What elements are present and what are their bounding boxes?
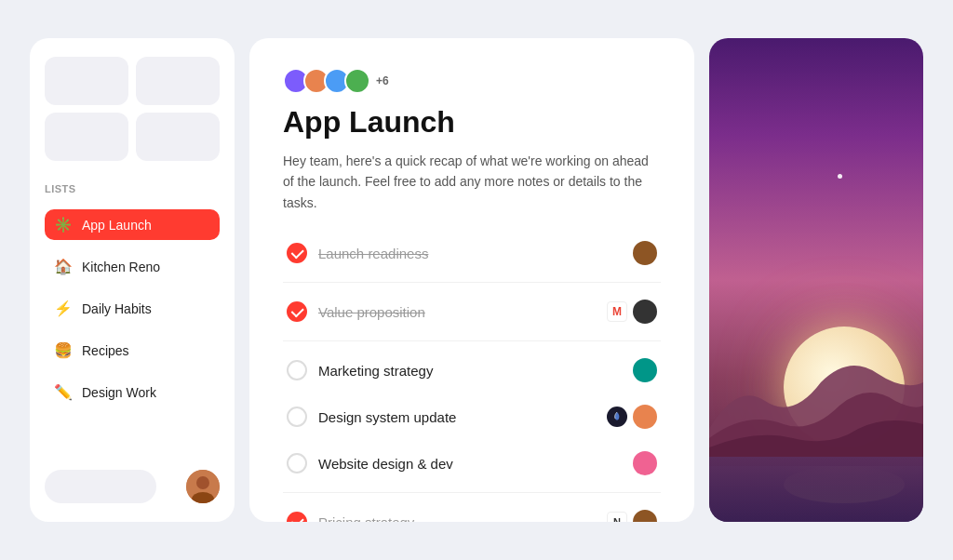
sidebar-item-app-launch[interactable]: ✳️ App Launch — [45, 209, 220, 240]
dunes-svg — [709, 354, 923, 466]
task-avatar-6 — [633, 510, 657, 522]
task-checkbox-5[interactable] — [287, 453, 307, 473]
task-right-5 — [633, 451, 657, 475]
task-divider-2 — [283, 340, 661, 341]
sidebar-tile-4 — [136, 113, 220, 161]
app-wrapper: Lists ✳️ App Launch 🏠 Kitchen Reno ⚡ Dai… — [0, 0, 953, 560]
sidebar-item-label-app-launch: App Launch — [82, 218, 152, 233]
sidebar-item-label-design-work: Design Work — [82, 385, 156, 400]
task-divider-3 — [283, 492, 661, 493]
gmail-badge: M — [607, 301, 627, 322]
task-checkbox-2[interactable] — [287, 301, 307, 322]
task-avatar-4 — [633, 405, 657, 429]
task-right-3 — [633, 358, 657, 382]
svg-point-1 — [196, 476, 209, 489]
task-item-website-design[interactable]: Website design & dev — [283, 442, 661, 485]
task-left-5: Website design & dev — [287, 453, 453, 473]
task-avatar-1 — [633, 241, 657, 265]
task-divider-1 — [283, 282, 661, 283]
avatar-count: +6 — [376, 74, 389, 87]
task-list: Launch readiness Value proposition M — [283, 232, 661, 522]
task-label-4: Design system update — [318, 409, 456, 425]
star-dot — [838, 174, 842, 179]
task-label-3: Marketing strategy — [318, 363, 433, 379]
task-checkbox-6[interactable] — [287, 512, 307, 522]
avatars-row: +6 — [283, 68, 661, 94]
notion-badge: N — [607, 512, 627, 522]
task-checkbox-4[interactable] — [287, 407, 307, 427]
task-avatar-3 — [633, 358, 657, 382]
sidebar-item-design-work[interactable]: ✏️ Design Work — [45, 377, 220, 407]
task-right-4 — [607, 405, 657, 429]
task-label-1: Launch readiness — [318, 246, 428, 261]
sidebar-tile-1 — [45, 57, 128, 105]
task-item-launch-readiness[interactable]: Launch readiness — [283, 232, 661, 274]
sidebar-section-label: Lists — [45, 183, 220, 194]
sidebar-bottom — [45, 470, 220, 503]
task-right-6: N — [607, 510, 657, 522]
task-left-3: Marketing strategy — [287, 360, 433, 380]
task-left-4: Design system update — [287, 407, 456, 427]
task-avatar-5 — [633, 451, 657, 475]
recipes-icon: 🍔 — [54, 341, 73, 359]
sidebar-tiles — [45, 57, 220, 161]
sidebar-item-label-kitchen-reno: Kitchen Reno — [82, 260, 160, 274]
sidebar-bottom-pill — [45, 470, 156, 503]
sidebar-item-kitchen-reno[interactable]: 🏠 Kitchen Reno — [45, 251, 220, 282]
kitchen-reno-icon: 🏠 — [54, 258, 73, 275]
page-title: App Launch — [283, 105, 661, 140]
sidebar-item-label-recipes: Recipes — [82, 343, 129, 358]
sidebar-item-recipes[interactable]: 🍔 Recipes — [45, 335, 220, 366]
task-checkbox-1[interactable] — [287, 243, 307, 263]
task-left-1: Launch readiness — [287, 243, 428, 263]
task-checkbox-3[interactable] — [287, 360, 307, 380]
task-avatar-2 — [633, 300, 657, 324]
sidebar-tile-2 — [136, 57, 220, 105]
task-left-2: Value proposition — [287, 301, 425, 322]
main-panel: +6 App Launch Hey team, here's a quick r… — [249, 38, 694, 522]
user-avatar[interactable] — [186, 470, 220, 503]
design-work-icon: ✏️ — [54, 383, 73, 401]
task-item-value-proposition[interactable]: Value proposition M — [283, 290, 661, 333]
task-label-6: Pricing strategy — [318, 514, 414, 522]
task-label-5: Website design & dev — [318, 456, 453, 472]
sidebar-tile-3 — [45, 113, 128, 161]
panel-description: Hey team, here's a quick recap of what w… — [283, 151, 661, 213]
daily-habits-icon: ⚡ — [54, 300, 73, 317]
water-reflection — [709, 457, 923, 522]
task-item-design-system-update[interactable]: Design system update — [283, 395, 661, 438]
task-left-6: Pricing strategy — [287, 512, 414, 522]
task-item-pricing-strategy[interactable]: Pricing strategy N — [283, 500, 661, 522]
image-panel — [709, 38, 923, 522]
task-item-marketing-strategy[interactable]: Marketing strategy — [283, 349, 661, 392]
sidebar-item-daily-habits[interactable]: ⚡ Daily Habits — [45, 293, 220, 324]
sidebar-item-label-daily-habits: Daily Habits — [82, 301, 152, 316]
task-right-1 — [633, 241, 657, 265]
app-launch-icon: ✳️ — [54, 216, 73, 233]
sidebar: Lists ✳️ App Launch 🏠 Kitchen Reno ⚡ Dai… — [30, 38, 235, 522]
task-right-2: M — [607, 300, 657, 324]
collab-avatar-4 — [344, 68, 370, 94]
task-label-2: Value proposition — [318, 304, 425, 320]
arc-badge — [607, 407, 627, 427]
